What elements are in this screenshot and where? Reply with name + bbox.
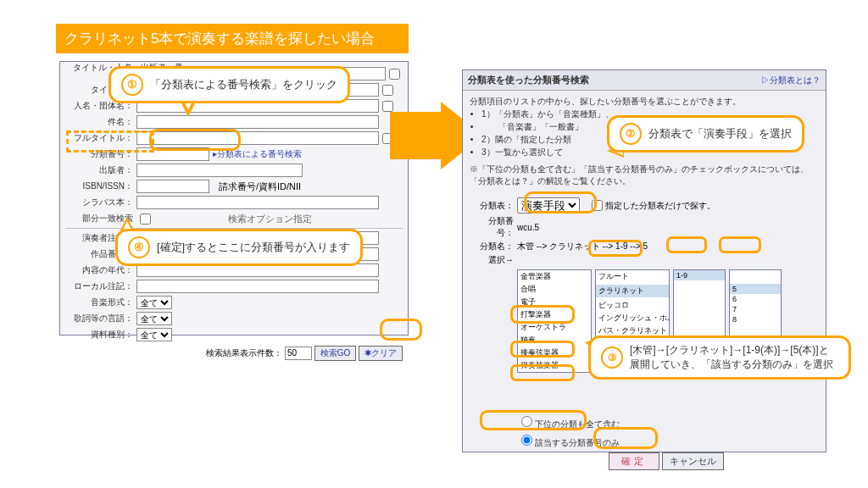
callout-1: ① 「分類表による番号検索」をクリック [108, 66, 350, 103]
lbl-seikyu: 請求番号/資料ID/NII [219, 180, 301, 193]
lbl-specified-only: 指定した分類表だけで探す。 [605, 200, 715, 212]
highlight-ring-blank1 [510, 341, 575, 358]
cb-partial[interactable] [140, 214, 151, 225]
page-heading: クラリネット5本で演奏する楽譜を探したい場合 [56, 24, 409, 53]
cb-title[interactable] [382, 85, 393, 96]
highlight-dashed-bunrui-input [66, 130, 154, 152]
radio-only-this[interactable] [521, 435, 532, 446]
highlight-ring-ensou-select [524, 191, 597, 214]
lbl-result-count: 検索結果表示件数： [206, 348, 282, 358]
lbl-musicform: 音楽形式： [65, 297, 136, 308]
dialog-title: 分類表を使った分類番号検索 [468, 74, 589, 86]
cancel-button[interactable]: キャンセル [662, 452, 724, 470]
lbl-option: 検索オプション指定 [228, 213, 312, 225]
callout-4: ④ [確定]するとここに分類番号が入ります [115, 229, 363, 266]
lbl-class-no: 分類番号： [473, 215, 517, 239]
callout-1-text: 「分類表による番号検索」をクリック [150, 77, 337, 92]
lbl-isbn: ISBN/ISSN： [65, 180, 136, 192]
callout-3-text: [木管]→[クラリネット]→[1-9(本)]→[5(本)]と展開していき、「該当… [630, 343, 838, 372]
callout-2: ② 分類表で「演奏手段」を選択 [607, 115, 804, 152]
input-syllabus[interactable] [136, 196, 379, 209]
lbl-select: 選択→ [473, 254, 517, 266]
input-result-count[interactable] [285, 347, 312, 360]
callout-3: ③ [木管]→[クラリネット]→[1-9(本)]→[5(本)]と展開していき、「… [588, 336, 851, 380]
highlight-ring-search-go [380, 319, 422, 341]
callout-3-num-icon: ③ [601, 347, 623, 369]
highlight-ring-mokkan [510, 305, 575, 324]
search-footer: 検索結果表示件数： 検索GO ✱クリア [65, 346, 403, 361]
dialog-note: ※「下位の分類も全て含む」「該当する分類番号のみ」のチェックボックスについては、… [470, 164, 819, 187]
cb-title-group[interactable] [389, 69, 400, 80]
select-type[interactable]: 全て [136, 328, 172, 341]
lbl-publisher: 出版者： [65, 164, 136, 176]
select-lang[interactable]: 全て [136, 312, 172, 325]
highlight-ring-link [149, 129, 241, 151]
lbl-lang: 歌詞等の言語： [65, 313, 136, 324]
lbl-type: 資料種別： [65, 329, 136, 341]
lbl-bunruihyo: 分類表： [473, 200, 517, 212]
input-publisher[interactable] [136, 164, 303, 177]
highlight-ring-blank2 [510, 364, 575, 381]
highlight-ring-clarinet [588, 240, 643, 257]
highlight-ring-1-9 [666, 236, 707, 253]
callout-4-text: [確定]するとここに分類番号が入ります [157, 240, 350, 255]
select-musicform[interactable]: 全て [136, 296, 172, 309]
search-go-button[interactable]: 検索GO [314, 346, 357, 361]
input-isbn[interactable] [136, 180, 209, 193]
clear-button[interactable]: ✱クリア [359, 346, 403, 361]
callout-1-num-icon: ① [121, 74, 143, 96]
callout-4-num-icon: ④ [128, 236, 150, 258]
highlight-ring-5 [719, 236, 761, 253]
callout-2-num-icon: ② [620, 123, 642, 145]
link-what-is-classification[interactable]: ▷分類表とは？ [761, 75, 821, 86]
lbl-syllabus: シラバス本： [65, 197, 136, 208]
lbl-era: 内容の年代： [65, 264, 136, 276]
dialog-intro: 分類項目のリストの中から、探したい分類番号を選ぶことができます。 [470, 96, 819, 108]
lbl-class-name: 分類名： [473, 241, 517, 252]
input-localnote[interactable] [136, 280, 379, 293]
lbl-localnote: ローカル注記： [65, 280, 136, 292]
confirm-button[interactable]: 確定 [609, 452, 659, 470]
input-kenmei[interactable] [136, 115, 379, 129]
val-class-no: wcu.5 [517, 223, 539, 232]
highlight-ring-confirm [593, 427, 658, 449]
callout-2-text: 分類表で「演奏手段」を選択 [648, 126, 792, 141]
highlight-ring-radio-only [480, 410, 587, 430]
lbl-kenmei: 件名： [65, 116, 136, 128]
